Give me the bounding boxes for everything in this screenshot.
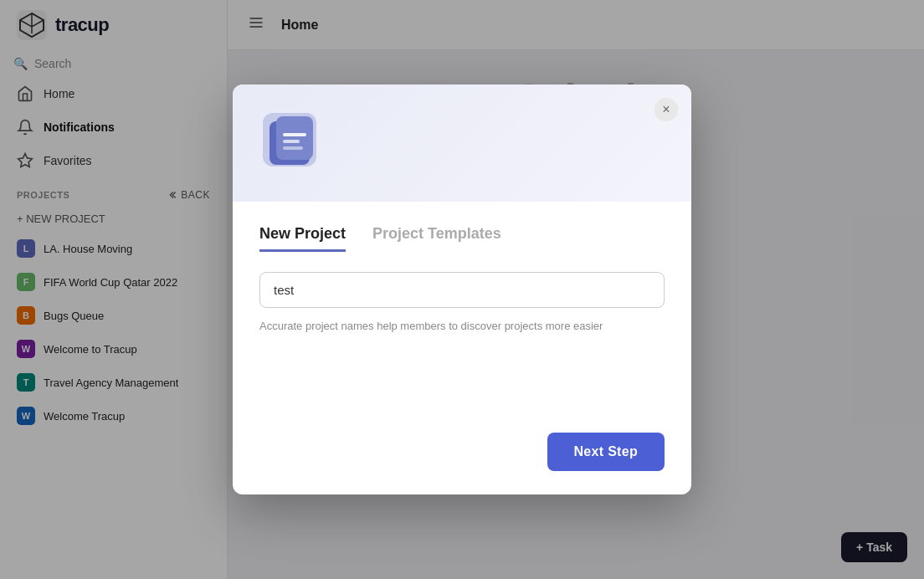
svg-rect-9 (283, 140, 300, 143)
modal-overlay: × New Project Project Templates Accurate… (0, 0, 924, 579)
modal-header: × (233, 85, 691, 202)
modal-close-button[interactable]: × (654, 98, 678, 121)
modal-body: New Project Project Templates Accurate p… (233, 202, 691, 419)
svg-rect-10 (283, 146, 303, 150)
tab-new-project[interactable]: New Project (259, 225, 346, 252)
next-step-button[interactable]: Next Step (547, 433, 665, 471)
tab-project-templates[interactable]: Project Templates (372, 225, 501, 252)
input-hint-text: Accurate project names help members to d… (259, 318, 665, 335)
project-name-input[interactable] (259, 272, 665, 308)
modal-footer: Next Step (233, 419, 691, 494)
modal-tabs: New Project Project Templates (259, 225, 665, 252)
modal: × New Project Project Templates Accurate… (233, 85, 691, 494)
modal-project-icon (259, 110, 326, 177)
project-icon-svg (259, 110, 326, 177)
svg-rect-7 (276, 116, 313, 160)
svg-rect-8 (283, 133, 306, 136)
